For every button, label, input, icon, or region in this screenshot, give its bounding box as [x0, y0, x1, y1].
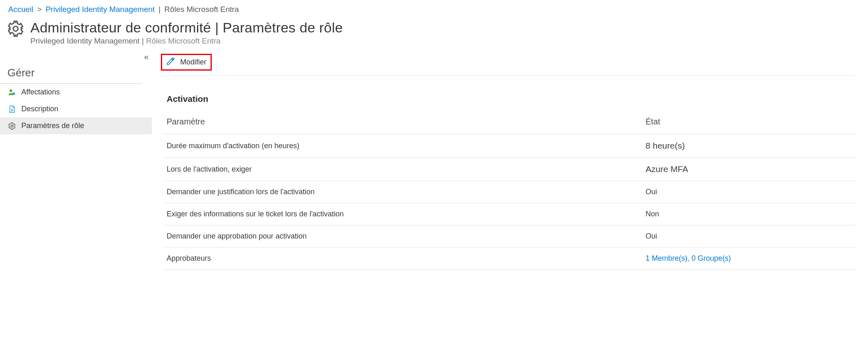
param-cell: Exiger des informations sur le ticket lo… — [163, 203, 642, 225]
table-row: Demander une approbation pour activation… — [163, 225, 856, 248]
param-cell: Durée maximum d'activation (en heures) — [163, 134, 642, 158]
gear-icon — [7, 122, 16, 130]
col-param: Paramètre — [163, 112, 642, 134]
page-title: Administrateur de conformité | Paramètre… — [30, 20, 343, 36]
breadcrumb-current: Rôles Microsoft Entra — [165, 5, 239, 14]
sidebar-item-description[interactable]: Description — [0, 101, 152, 117]
state-cell: 8 heure(s) — [642, 134, 856, 158]
param-cell: Lors de l'activation, exiger — [163, 158, 642, 181]
page-header: Administrateur de conformité | Paramètre… — [0, 17, 868, 50]
toolbar: Modifier — [161, 50, 856, 76]
section-title-activation: Activation — [167, 94, 856, 104]
table-row: Approbateurs1 Membre(s), 0 Groupe(s) — [163, 248, 856, 270]
svg-point-1 — [9, 89, 12, 92]
breadcrumb-pim[interactable]: Privileged Identity Management — [46, 5, 155, 14]
table-row: Demander une justification lors de l'act… — [163, 181, 856, 203]
edit-button[interactable]: Modifier — [161, 54, 212, 71]
gear-icon — [7, 20, 25, 40]
breadcrumb-sep: > — [37, 5, 42, 14]
state-cell: Azure MFA — [642, 158, 856, 181]
state-cell: Oui — [642, 181, 856, 203]
state-cell: 1 Membre(s), 0 Groupe(s) — [642, 248, 856, 270]
sidebar-item-affectations[interactable]: Affectations — [0, 84, 152, 101]
edit-button-label: Modifier — [180, 58, 206, 67]
param-cell: Demander une approbation pour activation — [163, 225, 642, 248]
document-icon — [7, 105, 16, 113]
svg-point-0 — [13, 26, 18, 31]
svg-rect-2 — [12, 92, 15, 94]
breadcrumb-home[interactable]: Accueil — [8, 5, 33, 14]
sidebar: « Gérer Affectations Description Paramèt… — [0, 50, 152, 286]
table-row: Durée maximum d'activation (en heures)8 … — [163, 134, 856, 158]
breadcrumb: Accueil > Privileged Identity Management… — [0, 0, 868, 17]
sidebar-item-label: Affectations — [21, 88, 60, 96]
pencil-icon — [166, 57, 175, 68]
col-state: État — [642, 112, 856, 134]
sidebar-item-parametres[interactable]: Paramètres de rôle — [0, 117, 152, 134]
table-row: Exiger des informations sur le ticket lo… — [163, 203, 856, 225]
svg-point-3 — [11, 125, 13, 127]
param-cell: Approbateurs — [163, 248, 642, 270]
page-subtitle: Privileged Identity Management | Rôles M… — [30, 37, 343, 46]
state-cell: Oui — [642, 225, 856, 248]
breadcrumb-sep: | — [158, 5, 160, 14]
param-cell: Demander une justification lors de l'act… — [163, 181, 642, 203]
sidebar-section-title: Gérer — [0, 66, 142, 84]
sidebar-item-label: Description — [21, 105, 58, 113]
activation-table: Paramètre État Durée maximum d'activatio… — [163, 112, 856, 270]
sidebar-item-label: Paramètres de rôle — [21, 122, 84, 130]
collapse-sidebar-button[interactable]: « — [0, 50, 152, 66]
table-row: Lors de l'activation, exigerAzure MFA — [163, 158, 856, 181]
state-cell: Non — [642, 203, 856, 225]
approvers-link[interactable]: 1 Membre(s), 0 Groupe(s) — [646, 254, 731, 262]
person-icon — [7, 88, 16, 96]
